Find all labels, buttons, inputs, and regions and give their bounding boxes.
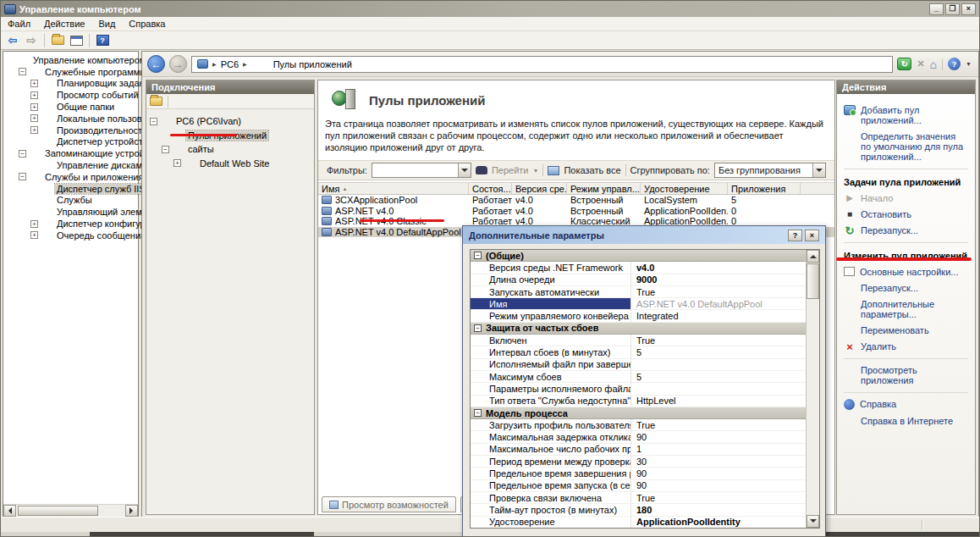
action-link[interactable]: Дополнительные параметры... (861, 299, 968, 319)
scroll-right-button[interactable] (125, 505, 138, 517)
tree-item[interactable]: −сайты (146, 142, 314, 157)
dialog-close-button[interactable]: × (805, 230, 819, 241)
action-item[interactable]: Справка (844, 399, 968, 410)
grid-property-row[interactable]: Тип ответа "Служба недоступна"HttpLevel (471, 396, 806, 407)
property-value[interactable]: 30 (631, 456, 806, 467)
breadcrumb-server[interactable]: PC6 (221, 59, 239, 69)
tree-item[interactable]: −Служебные программы (3, 66, 138, 78)
property-value[interactable]: True (631, 492, 806, 503)
grid-property-row[interactable]: Максимальное число рабочих процессов:1 (471, 444, 806, 456)
grid-property-row[interactable]: УдостоверениеApplicationPoolIdentity (471, 517, 806, 529)
column-header[interactable]: Версия сре... (512, 183, 567, 194)
property-value[interactable]: HttpLevel (631, 396, 806, 407)
tree-item[interactable]: Управление компьютером (лока (3, 54, 138, 66)
tree-item[interactable]: +Локальные пользовател (3, 113, 138, 125)
collapse-minus-icon[interactable]: − (150, 118, 157, 125)
expand-plus-icon[interactable]: + (30, 91, 38, 99)
tree-item[interactable]: +Диспетчер конфигураци (3, 218, 138, 230)
console-window-icon[interactable] (69, 34, 84, 47)
collapse-minus-icon[interactable]: − (474, 252, 482, 259)
property-value[interactable]: 1 (631, 444, 806, 455)
filter-input[interactable] (372, 163, 471, 178)
view-tab[interactable]: Просмотр возможностей (322, 496, 456, 512)
collapse-minus-icon[interactable]: − (19, 150, 26, 158)
action-link[interactable]: Остановить (861, 209, 911, 219)
grid-property-row[interactable]: Исполняемый файл при завершении рабо (471, 359, 806, 371)
expand-plus-icon[interactable]: + (30, 114, 38, 122)
go-button[interactable]: Перейти (492, 165, 529, 175)
grid-property-row[interactable]: Параметры исполняемого файла при заве (471, 383, 806, 395)
collapse-minus-icon[interactable]: − (474, 324, 482, 332)
grid-property-row[interactable]: Период времени между проверками связи30 (471, 456, 806, 468)
expand-plus-icon[interactable]: + (30, 103, 38, 111)
column-header[interactable]: Состоя... (469, 183, 512, 194)
action-item[interactable]: Основные настройки... (844, 267, 968, 277)
action-item[interactable]: Добавить пул приложений... (844, 105, 968, 125)
property-value[interactable]: Integrated (631, 310, 806, 321)
column-header[interactable]: Режим управл... (567, 183, 641, 194)
action-link[interactable]: Добавить пул приложений... (861, 105, 968, 125)
tree-item[interactable]: Диспетчер устройств (3, 136, 138, 148)
action-link[interactable]: Удалить (861, 341, 896, 352)
grid-property-row[interactable]: Запускать автоматическиTrue (471, 286, 806, 298)
grid-property-row[interactable]: Максимальная задержка отклика при про90 (471, 431, 806, 443)
collapse-minus-icon[interactable]: − (19, 173, 26, 180)
action-link[interactable]: Справка в Интернете (861, 416, 953, 426)
grid-property-row[interactable]: Длина очереди9000 (471, 274, 806, 286)
iis-back-button[interactable]: ← (147, 55, 165, 73)
property-value[interactable]: 90 (631, 468, 806, 479)
action-link[interactable]: Основные настройки... (860, 267, 958, 277)
tree-item[interactable]: +Производительность (3, 125, 138, 136)
group-by-select[interactable]: Без группирования (714, 163, 826, 178)
action-link[interactable]: Перезапуск... (861, 225, 918, 235)
chevron-down-icon[interactable] (812, 163, 825, 177)
grid-property-row[interactable]: Загрузить профиль пользователяTrue (471, 419, 806, 431)
menu-item[interactable]: Вид (91, 18, 122, 30)
grid-section-row[interactable]: −Защита от частых сбоев (471, 323, 806, 335)
grid-property-row[interactable]: ВключенTrue (471, 335, 806, 346)
property-value[interactable]: 180 (631, 504, 806, 515)
action-item[interactable]: ↻Перезапуск... (844, 225, 968, 235)
action-link[interactable]: Перезапуск... (861, 283, 918, 293)
collapse-minus-icon[interactable]: − (162, 146, 169, 153)
tree-item[interactable]: +Общие папки (3, 101, 138, 113)
table-row[interactable]: 3CXApplicationPoolРаботаетv4.0Встроенный… (318, 195, 834, 206)
property-value[interactable]: True (631, 335, 806, 346)
grid-property-row[interactable]: Режим управляемого конвейераIntegrated (471, 310, 806, 322)
go-search-icon[interactable] (476, 166, 487, 174)
action-item[interactable]: Перезапуск... (844, 283, 968, 293)
horizontal-scrollbar[interactable] (3, 504, 138, 517)
chevron-down-icon[interactable] (458, 163, 471, 177)
grid-property-row[interactable]: ИмяASP.NET v4.0 DefaultAppPool (471, 298, 806, 310)
expand-plus-icon[interactable]: + (30, 220, 38, 228)
property-value[interactable]: ASP.NET v4.0 DefaultAppPool (631, 298, 806, 309)
save-connection-icon[interactable] (150, 97, 162, 106)
grid-property-row[interactable]: Предельное время завершения работы (в90 (471, 468, 806, 479)
iis-forward-button[interactable]: → (169, 55, 187, 73)
menu-item[interactable]: Справка (122, 18, 172, 30)
action-item[interactable]: ×Удалить (844, 341, 968, 352)
action-item[interactable]: Справка в Интернете (844, 416, 968, 426)
tree-item[interactable]: +Очередь сообщений (3, 230, 138, 241)
tree-item[interactable]: Управление дисками (3, 159, 138, 171)
export-list-icon[interactable] (50, 34, 65, 47)
action-item[interactable]: Просмотреть приложения (844, 365, 968, 385)
action-link[interactable]: Просмотреть приложения (861, 365, 968, 385)
property-value[interactable]: 5 (631, 346, 806, 357)
grid-property-row[interactable]: Предельное время запуска (в секундах)90 (471, 480, 806, 492)
home-icon[interactable]: ⌂ (930, 58, 937, 70)
breadcrumb[interactable]: ▶ PC6 ▶ Пулы приложений (191, 56, 893, 73)
minimize-button[interactable]: _ (929, 3, 944, 15)
tree-item[interactable]: +Планировщик заданий (3, 78, 138, 90)
tree-item[interactable]: Диспетчер служб IIS (3, 183, 138, 195)
expand-plus-icon[interactable]: + (30, 231, 38, 239)
chevron-down-icon[interactable]: ▼ (966, 61, 972, 67)
tree-item[interactable]: Управляющий элемент W (3, 206, 138, 218)
action-item[interactable]: ■Остановить (844, 209, 968, 219)
chevron-down-icon[interactable]: ▼ (533, 168, 539, 174)
property-value[interactable]: 90 (631, 480, 806, 491)
action-link[interactable]: Определить значения по умолчанию для пул… (861, 131, 968, 162)
scroll-up-button[interactable] (807, 250, 819, 263)
scroll-left-button[interactable] (3, 505, 16, 517)
action-item[interactable]: Переименовать (844, 325, 968, 335)
